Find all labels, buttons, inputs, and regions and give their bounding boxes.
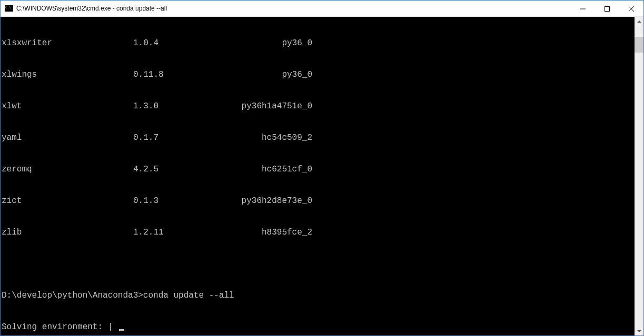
window-titlebar: C:\WINDOWS\system32\cmd.exe - conda upda… [1, 1, 643, 17]
prompt-command: conda update --all [143, 291, 234, 300]
package-version: 0.1.3 [133, 196, 217, 206]
package-name: xlwings [2, 69, 133, 80]
package-build: hc54c509_2 [217, 133, 312, 143]
package-version: 1.2.11 [133, 227, 217, 238]
spinner-icon: | [108, 322, 113, 332]
package-build: py36_0 [217, 38, 312, 48]
package-row: zlib1.2.11h8395fce_2 [2, 227, 635, 238]
package-row: zeromq4.2.5hc6251cf_0 [2, 164, 635, 175]
prompt-path: D:\develop\python\Anaconda3> [2, 291, 143, 300]
maximize-button[interactable] [595, 1, 619, 17]
package-row: xlsxwriter1.0.4py36_0 [2, 38, 635, 48]
package-build: h8395fce_2 [217, 227, 312, 238]
scroll-thumb[interactable] [635, 37, 643, 53]
status-line: Solving environment: | [2, 322, 635, 332]
package-name: zlib [2, 227, 133, 238]
package-row: yaml0.1.7hc54c509_2 [2, 133, 635, 143]
scroll-up-arrow-icon[interactable] [635, 17, 643, 26]
package-version: 4.2.5 [133, 164, 217, 175]
svg-marker-5 [637, 330, 641, 332]
status-label: Solving environment: [2, 322, 108, 332]
svg-marker-4 [637, 21, 641, 23]
package-row: xlwt1.3.0py36h1a4751e_0 [2, 101, 635, 111]
scroll-down-arrow-icon[interactable] [635, 327, 643, 335]
package-version: 0.11.8 [133, 69, 217, 80]
terminal-output[interactable]: xlsxwriter1.0.4py36_0 xlwings0.11.8py36_… [1, 17, 635, 335]
package-name: zict [2, 196, 133, 206]
package-build: py36h1a4751e_0 [217, 101, 312, 111]
package-row: zict0.1.3py36h2d8e73e_0 [2, 196, 635, 206]
package-name: xlwt [2, 101, 133, 111]
package-version: 0.1.7 [133, 133, 217, 143]
terminal-area: xlsxwriter1.0.4py36_0 xlwings0.11.8py36_… [1, 17, 643, 335]
cursor-icon [119, 329, 124, 331]
package-build: py36_0 [217, 69, 312, 80]
svg-rect-1 [605, 6, 610, 11]
minimize-button[interactable] [571, 1, 595, 17]
package-build: hc6251cf_0 [217, 164, 312, 175]
close-button[interactable] [619, 1, 643, 17]
package-build: py36h2d8e73e_0 [217, 196, 312, 206]
package-version: 1.0.4 [133, 38, 217, 48]
package-version: 1.3.0 [133, 101, 217, 111]
blank-line [2, 259, 635, 269]
cmd-icon [5, 5, 13, 12]
prompt-line: D:\develop\python\Anaconda3>conda update… [2, 290, 635, 301]
vertical-scrollbar[interactable] [635, 17, 643, 335]
package-name: zeromq [2, 164, 133, 175]
window-controls [571, 1, 643, 16]
package-name: xlsxwriter [2, 38, 133, 48]
package-row: xlwings0.11.8py36_0 [2, 69, 635, 80]
package-name: yaml [2, 133, 133, 143]
window-title: C:\WINDOWS\system32\cmd.exe - conda upda… [16, 5, 167, 12]
